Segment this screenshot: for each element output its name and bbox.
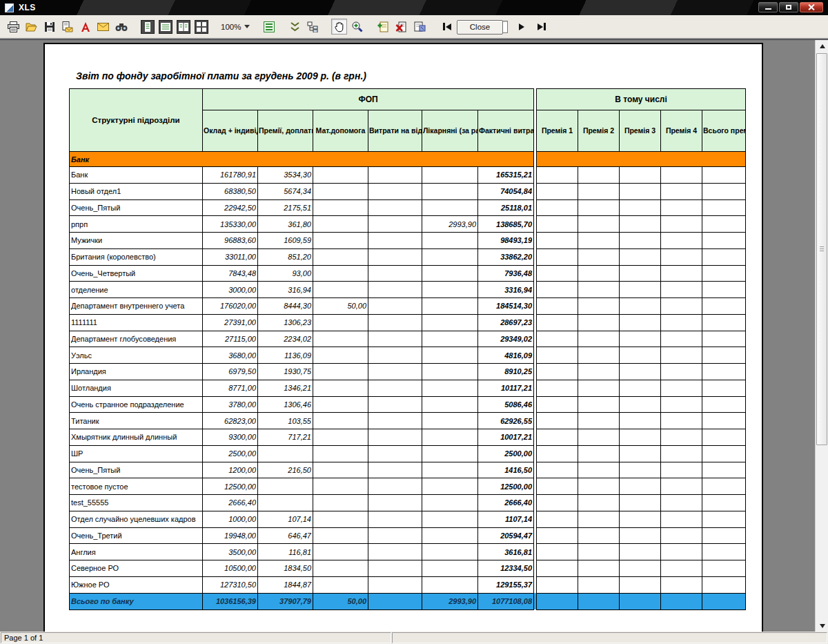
table-row: Очень_Четвертый7843,4893,007936,48	[70, 265, 746, 282]
value-cell	[368, 298, 422, 315]
value-cell: 6979,50	[203, 364, 258, 380]
toolbar: 100%	[0, 15, 828, 39]
open-button[interactable]	[23, 19, 39, 35]
export-button[interactable]	[59, 19, 75, 35]
premium-cell	[661, 265, 702, 282]
premium-cell	[620, 511, 661, 527]
table-row: Очень странное подразделение3780,001306,…	[70, 396, 746, 413]
vertical-scrollbar[interactable]	[815, 40, 828, 632]
scroll-down-button[interactable]	[816, 620, 828, 632]
premium-cell	[537, 216, 578, 233]
save-button[interactable]	[41, 19, 57, 35]
value-cell	[422, 396, 478, 413]
last-page-button[interactable]	[533, 19, 549, 35]
value-cell	[368, 380, 422, 396]
premium-cell	[620, 265, 661, 282]
value-cell: 2234,02	[258, 331, 313, 347]
table-row: test_555552666,402666,40	[70, 495, 746, 511]
two-pages-view-button[interactable]	[175, 19, 191, 35]
premium-cell	[537, 511, 578, 527]
value-cell: 316,94	[258, 282, 313, 298]
premium-cell	[578, 429, 620, 446]
premium-cell	[537, 413, 578, 429]
email-button[interactable]	[95, 19, 111, 35]
premium-cell	[620, 445, 661, 462]
value-cell: 8771,00	[203, 380, 258, 396]
value-cell: 717,21	[258, 429, 313, 446]
table-row: Южное РО127310,501844,87129155,37	[70, 576, 746, 593]
table-row: Титаник62823,00103,5562926,55	[70, 413, 746, 429]
value-cell	[368, 347, 422, 364]
minimize-button[interactable]	[758, 2, 778, 12]
value-cell: 10117,21	[478, 380, 534, 396]
value-cell: 5674,34	[258, 183, 313, 199]
page-width-view-button[interactable]	[157, 19, 173, 35]
new-page-button[interactable]	[375, 19, 391, 35]
delete-page-button[interactable]	[393, 19, 409, 35]
value-cell	[422, 298, 478, 315]
premium-cell	[702, 199, 746, 216]
premium-cell	[620, 248, 661, 265]
premium-cell	[537, 183, 578, 199]
multi-page-view-button[interactable]	[193, 19, 209, 35]
premium-cell	[620, 183, 661, 199]
thumbnails-button[interactable]	[305, 19, 321, 35]
outline-button[interactable]	[261, 19, 277, 35]
scrollbar-thumb[interactable]	[816, 53, 827, 445]
value-cell	[422, 429, 478, 446]
outline-icon	[263, 21, 275, 33]
value-cell: 216,50	[258, 462, 313, 478]
close-preview-button[interactable]: Close	[457, 20, 503, 35]
status-panel	[392, 632, 827, 643]
next-page-button[interactable]	[513, 19, 529, 35]
premium-cell	[661, 511, 702, 527]
close-window-button[interactable]	[800, 2, 823, 12]
value-cell: 3500,00	[203, 544, 258, 560]
value-cell	[422, 233, 478, 249]
find-icon	[115, 22, 128, 32]
premium-cell	[702, 282, 746, 298]
group-header-fop: ФОП	[203, 89, 534, 110]
maximize-button[interactable]	[779, 2, 798, 12]
value-cell: 12500,00	[478, 478, 534, 495]
table-row: Мужички96883,601609,5998493,19	[70, 233, 746, 249]
value-cell: 1136,09	[258, 347, 313, 364]
value-cell: 3616,81	[478, 544, 534, 560]
pdf-export-button[interactable]	[77, 19, 93, 35]
edit-page-button[interactable]	[411, 19, 427, 35]
value-cell	[313, 347, 368, 364]
premium-cell	[661, 576, 702, 593]
value-cell	[313, 576, 368, 593]
department-cell: Британия (королевство)	[70, 248, 203, 265]
premium-cell	[620, 413, 661, 429]
premium-cell	[702, 331, 746, 347]
premium-cell	[661, 364, 702, 380]
value-cell: 8444,30	[258, 298, 313, 315]
total-value-cell: 2993,90	[422, 593, 478, 609]
premium-cell	[537, 478, 578, 495]
value-cell: 50,00	[313, 298, 368, 315]
premium-cell	[620, 282, 661, 298]
whole-page-view-button[interactable]	[139, 19, 155, 35]
value-cell: 5086,46	[478, 396, 534, 413]
value-cell: 135330,00	[203, 216, 258, 233]
value-cell: 2175,51	[258, 199, 313, 216]
zoom-in-button[interactable]	[349, 19, 365, 35]
table-row: Очень_Третий19948,00646,4720594,47	[70, 527, 746, 544]
print-button[interactable]	[6, 19, 21, 35]
value-cell: 1346,21	[258, 380, 313, 396]
department-cell: отделение	[70, 282, 203, 298]
value-cell	[313, 314, 368, 331]
scroll-up-button[interactable]	[816, 40, 828, 52]
hand-tool-button[interactable]	[331, 19, 347, 35]
collapse-button[interactable]	[287, 19, 303, 35]
premium-cell	[537, 233, 578, 249]
premium-cell	[661, 445, 702, 462]
find-button[interactable]	[113, 19, 129, 35]
department-cell: Очень_Третий	[70, 527, 203, 544]
value-cell: 10500,00	[203, 560, 258, 577]
first-page-button[interactable]	[439, 19, 455, 35]
total-premium-cell	[620, 593, 661, 609]
zoom-dropdown[interactable]: 100%	[221, 23, 250, 31]
new-page-icon	[377, 21, 389, 32]
